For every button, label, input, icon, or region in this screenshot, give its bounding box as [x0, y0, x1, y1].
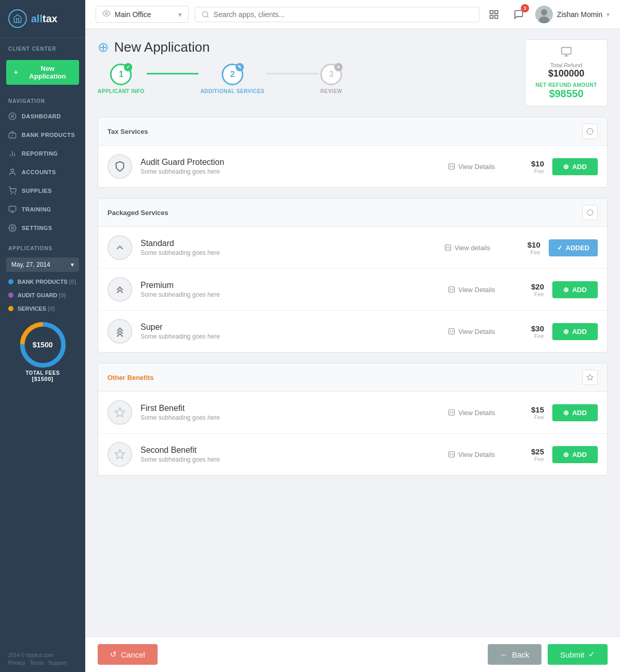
- svg-rect-51: [449, 452, 455, 457]
- sidebar-item-bank-products[interactable]: BANK PRODUCTS: [0, 126, 85, 144]
- svg-point-8: [11, 193, 11, 194]
- other-benefits-section: Other Benefits First Benefit Some subhea…: [98, 363, 608, 476]
- premium-sub: Some subheading goes here: [141, 291, 440, 298]
- office-dropdown[interactable]: Main Office ▾: [96, 6, 189, 23]
- second-benefit-view-details[interactable]: View Details: [448, 451, 505, 459]
- super-add-button[interactable]: ⊕ ADD: [552, 323, 598, 340]
- topbar-icons: 3 Zishan Momin ▾: [486, 6, 610, 23]
- sidebar-item-supplies[interactable]: SUPPLIES: [0, 181, 85, 200]
- footer-support[interactable]: Support: [48, 660, 66, 666]
- add-icon: ⊕: [563, 328, 569, 335]
- date-dropdown[interactable]: May, 27, 2014 ▾: [6, 257, 79, 272]
- standard-added-button[interactable]: ✓ ADDED: [549, 239, 598, 256]
- first-benefit-add-button[interactable]: ⊕ ADD: [552, 404, 598, 421]
- svg-point-18: [203, 11, 208, 17]
- tax-services-info-button[interactable]: [582, 124, 598, 139]
- grid-icon-button[interactable]: [486, 6, 502, 23]
- first-benefit-view-details[interactable]: View Details: [448, 409, 505, 417]
- add-icon: ⊕: [563, 286, 569, 294]
- search-icon: [202, 10, 209, 19]
- footer-year: 2014 © trpplus.com: [8, 652, 77, 658]
- chevron-down-icon: ▾: [178, 10, 182, 19]
- logo-icon: [8, 9, 27, 28]
- user-chevron-icon: ▾: [607, 11, 610, 18]
- second-benefit-info: Second Benefit Some subheading goes here: [141, 446, 440, 463]
- logo: alltax: [0, 0, 85, 38]
- svg-point-9: [15, 193, 16, 194]
- list-item: Premium Some subheading goes here View D…: [98, 269, 607, 311]
- back-button[interactable]: ← Back: [488, 644, 541, 665]
- svg-point-25: [541, 9, 547, 16]
- nav-reporting-label: REPORTING: [22, 150, 58, 157]
- sidebar-item-services-status[interactable]: SERVICES [0]: [0, 302, 85, 315]
- svg-line-19: [207, 16, 209, 17]
- premium-add-button[interactable]: ⊕ ADD: [552, 281, 598, 298]
- nav-training-label: TRAINING: [22, 206, 51, 212]
- audit-guard-view-details[interactable]: View Details: [448, 163, 505, 171]
- super-price: $30 Fee: [513, 324, 544, 339]
- premium-icon: [107, 277, 132, 302]
- audit-guard-info: Audit Guard Protection Some subheading g…: [141, 158, 440, 175]
- total-fees: TOTAL FEES [$1500]: [25, 370, 59, 382]
- submit-button[interactable]: Submit ✓: [548, 644, 608, 665]
- list-item: Super Some subheading goes here View Det…: [98, 311, 607, 352]
- step-3-x: ✕: [334, 63, 343, 71]
- sidebar-item-audit-guard-status[interactable]: AUDIT GUARD [0]: [0, 288, 85, 302]
- svg-rect-10: [9, 206, 16, 211]
- step-3-label: REVIEW: [320, 88, 342, 94]
- step-3-circle: 3 ✕: [320, 64, 342, 85]
- premium-view-details[interactable]: View Details: [448, 286, 505, 294]
- step-connector-2: [267, 73, 318, 74]
- standard-name: Standard: [141, 239, 436, 248]
- sidebar-item-settings[interactable]: SETTINGS: [0, 219, 85, 237]
- premium-price: $20 Fee: [513, 282, 544, 297]
- bottom-bar: ↺ Cancel ← Back Submit ✓: [85, 636, 620, 672]
- cancel-button[interactable]: ↺ Cancel: [98, 644, 158, 665]
- tax-services-header: Tax Services: [98, 117, 607, 146]
- step-2: 2 ✎ ADDITIONAL SERVICES: [200, 64, 265, 94]
- audit-guard-btn-label: ADD: [572, 163, 586, 171]
- user-menu[interactable]: Zishan Momin ▾: [535, 6, 610, 23]
- other-benefits-star-button[interactable]: [582, 370, 598, 385]
- sidebar-item-bank-products-status[interactable]: BANK PRODUCTS [0]: [0, 275, 85, 288]
- super-view-details-label: View Details: [458, 328, 495, 335]
- standard-view-details[interactable]: View details: [444, 244, 501, 252]
- packaged-services-icon-button[interactable]: [582, 205, 598, 220]
- search-input[interactable]: [213, 10, 473, 19]
- svg-point-7: [11, 169, 13, 172]
- other-benefits-header: Other Benefits: [98, 363, 607, 392]
- avatar: [535, 6, 553, 23]
- total-refund-label: Total Refund: [535, 62, 598, 68]
- sidebar-item-accounts[interactable]: ACCOUNTS: [0, 163, 85, 181]
- stepper: 1 ✓ APPLICANT INFO 2 ✎ ADDITIONAL SERVIC: [98, 55, 343, 94]
- svg-rect-20: [490, 10, 493, 13]
- second-benefit-sub: Some subheading goes here: [141, 456, 440, 463]
- super-view-details[interactable]: View Details: [448, 328, 505, 335]
- svg-point-17: [105, 12, 107, 14]
- audit-guard-add-button[interactable]: ⊕ ADD: [552, 158, 598, 175]
- footer-terms[interactable]: Terms: [29, 660, 43, 666]
- footer-privacy[interactable]: Privacy: [8, 660, 25, 666]
- step-2-circle: 2 ✎: [222, 64, 243, 85]
- chat-icon-button[interactable]: 3: [510, 6, 527, 23]
- second-benefit-add-button[interactable]: ⊕ ADD: [552, 446, 598, 463]
- audit-guard-price: $10 Fee: [513, 159, 544, 174]
- sidebar-item-reporting[interactable]: REPORTING: [0, 144, 85, 163]
- add-icon: ⊕: [563, 163, 569, 171]
- new-app-plus-icon: ⊕: [98, 39, 109, 55]
- svg-marker-50: [115, 450, 125, 459]
- office-label: Main Office: [115, 10, 151, 19]
- premium-name: Premium: [141, 281, 440, 290]
- sidebar-item-dashboard[interactable]: DASHBOARD: [0, 107, 85, 126]
- sidebar-item-training[interactable]: TRAINING: [0, 200, 85, 219]
- donut-chart: $1500: [20, 322, 66, 368]
- net-refund-value: $98550: [535, 88, 598, 100]
- submit-label: Submit: [560, 650, 584, 659]
- super-price-label: Fee: [513, 333, 544, 339]
- back-label: Back: [512, 650, 529, 659]
- super-price-amount: $30: [513, 324, 544, 333]
- second-benefit-icon: [107, 442, 132, 467]
- tax-services-title: Tax Services: [107, 128, 148, 135]
- audit-guard-sub: Some subheading goes here: [141, 168, 440, 175]
- new-application-button[interactable]: ＋ New Application: [6, 60, 79, 85]
